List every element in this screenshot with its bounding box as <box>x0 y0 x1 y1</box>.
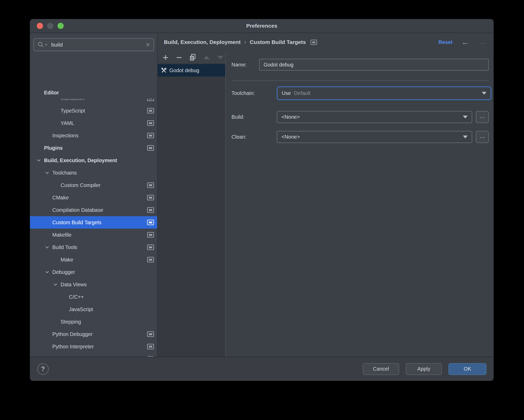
tree-item-python-interpreter[interactable]: Python Interpreter <box>30 340 157 353</box>
tree-item-yaml[interactable]: YAML <box>30 117 157 129</box>
name-field[interactable]: Godot debug <box>259 59 489 71</box>
chevron-down-icon[interactable] <box>45 172 52 174</box>
tree-item-make[interactable]: Make <box>30 253 157 266</box>
chevron-down-icon[interactable] <box>45 271 52 273</box>
tree-item-plugins[interactable]: Plugins <box>30 142 157 154</box>
build-targets-panel: Godot debug <box>158 51 226 357</box>
move-down-icon[interactable] <box>217 56 224 59</box>
tree-item-label: CMake <box>52 195 69 201</box>
copy-icon[interactable] <box>189 54 196 61</box>
move-up-icon[interactable] <box>203 56 210 59</box>
screen-icon <box>147 108 154 114</box>
tree-item-editor[interactable]: Editor <box>30 86 157 99</box>
clear-search-icon[interactable]: × <box>146 41 150 48</box>
forward-arrow-icon[interactable]: → <box>478 38 486 46</box>
chevron-down-icon[interactable] <box>54 283 61 286</box>
tree-item-label: Makefile <box>52 232 71 238</box>
preferences-dialog: Preferences build × EditorMarkdownTypeSc… <box>30 19 494 381</box>
build-combobox[interactable]: <None> <box>277 111 472 123</box>
search-input[interactable]: build × <box>33 38 154 51</box>
dropdown-arrow-icon <box>482 92 486 95</box>
titlebar: Preferences <box>30 19 493 33</box>
chevron-down-icon <box>45 44 48 46</box>
target-item-godot-debug[interactable]: Godot debug <box>158 64 225 77</box>
apply-button[interactable]: Apply <box>406 363 442 375</box>
chevron-down-icon[interactable] <box>45 246 52 249</box>
toolchain-combobox[interactable]: Use Default <box>277 86 491 100</box>
tree-item-label: TypeScript <box>61 108 85 114</box>
dialog-footer: ? Cancel Apply OK <box>30 357 493 381</box>
screen-icon <box>147 133 154 138</box>
ok-button[interactable]: OK <box>448 363 486 375</box>
tree-item-stepping[interactable]: Stepping <box>30 316 157 328</box>
tree-item-custom-compiler[interactable]: Custom Compiler <box>30 179 157 191</box>
build-browse-button[interactable]: ... <box>476 111 489 123</box>
list-toolbar <box>158 51 225 64</box>
tree-item-label: YAML <box>61 120 74 126</box>
tree-item-javascript[interactable]: JavaScript <box>30 303 157 316</box>
tree-item-label: Debugger <box>52 269 75 275</box>
settings-sidebar: build × EditorMarkdownTypeScriptYAMLInsp… <box>30 33 158 357</box>
toolchain-label: Toolchain: <box>231 86 255 100</box>
build-target-list: Godot debug <box>158 64 225 77</box>
tree-item-custom-build-targets[interactable]: Custom Build Targets <box>30 216 157 229</box>
settings-header: Build, Execution, Deployment › Custom Bu… <box>158 33 493 51</box>
tree-item-debugger[interactable]: Debugger <box>30 266 157 278</box>
screen-icon <box>147 257 154 262</box>
clean-label: Clean: <box>231 131 246 143</box>
build-label: Build: <box>231 111 244 123</box>
tree-item-label: C/C++ <box>69 294 84 300</box>
tree-item-label: Stepping <box>61 319 81 325</box>
screen-icon <box>147 244 154 250</box>
tree-item-python-debugger[interactable]: Python Debugger <box>30 328 157 340</box>
window-title: Preferences <box>30 19 493 33</box>
tree-item-label: Inspections <box>52 133 78 139</box>
toolchain-prefix: Use <box>282 90 291 96</box>
search-icon[interactable] <box>38 41 48 48</box>
breadcrumb-page: Custom Build Targets <box>250 39 306 45</box>
build-value: <None> <box>281 114 300 120</box>
tree-item-build-execution-deployment[interactable]: Build, Execution, Deployment <box>30 154 157 167</box>
screen-icon <box>147 331 154 337</box>
back-arrow-icon[interactable]: ← <box>461 38 469 46</box>
tree-item-label: Compilation Database <box>52 207 103 213</box>
screen-icon <box>147 120 154 126</box>
name-label: Name: <box>231 59 247 71</box>
help-icon[interactable]: ? <box>37 363 49 375</box>
tools-icon <box>161 68 167 73</box>
screen-icon <box>147 232 154 238</box>
cancel-button[interactable]: Cancel <box>363 363 399 375</box>
tree-item-build-tools[interactable]: Build Tools <box>30 241 157 253</box>
screen-icon <box>147 207 154 213</box>
tree-item-label: Build Tools <box>52 244 77 250</box>
clean-browse-button[interactable]: ... <box>476 131 489 143</box>
tree-item-data-views[interactable]: Data Views <box>30 278 157 291</box>
breadcrumb: Build, Execution, Deployment › Custom Bu… <box>164 39 317 46</box>
screen-icon <box>147 220 154 225</box>
tree-item-deployment[interactable]: Deployment <box>30 353 157 357</box>
tree-item-typescript[interactable]: TypeScript <box>30 104 157 117</box>
tree-item-cmake[interactable]: CMake <box>30 191 157 204</box>
tree-item-inspections[interactable]: Inspections <box>30 129 157 142</box>
tree-item-label: Custom Compiler <box>61 182 100 188</box>
screen-icon <box>147 195 154 200</box>
name-value: Godot debug <box>264 62 294 68</box>
form-separator <box>231 80 489 81</box>
remove-icon[interactable] <box>176 54 182 61</box>
screen: Preferences build × EditorMarkdownTypeSc… <box>0 0 524 420</box>
chevron-down-icon[interactable] <box>37 159 44 162</box>
main-panel: Build, Execution, Deployment › Custom Bu… <box>158 33 493 357</box>
reset-link[interactable]: Reset <box>439 39 453 45</box>
add-icon[interactable] <box>162 54 169 61</box>
tree-item-makefile[interactable]: Makefile <box>30 229 157 241</box>
tree-item-compilation-database[interactable]: Compilation Database <box>30 204 157 216</box>
tree-item-label: Make <box>61 257 73 263</box>
screen-icon <box>147 182 154 188</box>
breadcrumb-section[interactable]: Build, Execution, Deployment <box>164 39 241 45</box>
clean-combobox[interactable]: <None> <box>277 131 472 143</box>
tree-item-label: Toolchains <box>52 170 77 176</box>
tree-item-c-c[interactable]: C/C++ <box>30 291 157 303</box>
tree-item-label: Deployment <box>52 356 80 357</box>
screen-icon <box>147 356 154 357</box>
tree-item-toolchains[interactable]: Toolchains <box>30 167 157 179</box>
